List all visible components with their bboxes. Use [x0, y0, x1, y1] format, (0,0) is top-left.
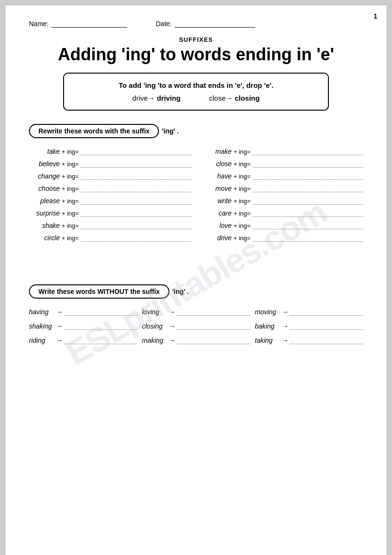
plus-ing: + ing= [233, 222, 251, 229]
name-text: Name: [29, 20, 48, 28]
answer-line[interactable] [64, 323, 137, 330]
word-label: make [201, 148, 232, 155]
plus-ing: + ing= [233, 185, 251, 192]
section-label: SUFFIXES [29, 36, 363, 43]
plus-ing: + ing= [62, 222, 79, 229]
word-label: change [29, 172, 60, 180]
answer-line[interactable] [64, 309, 137, 316]
left-column: take + ing= believe + ing= change + ing=… [29, 148, 191, 246]
word-row: take + ing= [29, 148, 191, 155]
answer-line[interactable] [252, 210, 363, 217]
arrow-icon: → [169, 322, 176, 330]
answer-line[interactable] [81, 149, 191, 155]
word-label: care [201, 209, 232, 217]
s2-row: moving → [255, 308, 363, 316]
answer-line[interactable] [252, 173, 363, 180]
word-label: close [201, 160, 232, 168]
word-row: choose + ing= [29, 185, 191, 192]
word-row: care + ing= [201, 209, 363, 217]
section1-instruction: Rewrite these words with the suffix 'ing… [29, 124, 363, 138]
date-field[interactable] [175, 19, 255, 28]
word-row: make + ing= [201, 148, 363, 155]
answer-line[interactable] [177, 338, 250, 344]
answer-line[interactable] [81, 235, 191, 242]
answer-line[interactable] [81, 223, 191, 229]
s2-row: making → [142, 337, 250, 344]
s2-word: loving [142, 308, 168, 316]
example2-result: closing [233, 94, 260, 102]
instruction1-text: Rewrite these words with the suffix [38, 127, 149, 135]
answer-line[interactable] [252, 149, 363, 155]
plus-ing: + ing= [233, 148, 251, 155]
instruction2-text: Write these words WITHOUT the suffix [38, 288, 160, 295]
arrow-icon: → [282, 308, 289, 316]
word-row: change + ing= [29, 172, 191, 180]
plus-ing: + ing= [233, 210, 251, 217]
word-row: drive + ing= [201, 234, 363, 242]
answer-line[interactable] [177, 309, 250, 316]
plus-ing: + ing= [233, 160, 251, 168]
name-label: Name: [29, 19, 127, 28]
arrow-icon: → [56, 337, 63, 344]
answer-line[interactable] [252, 235, 363, 242]
plus-ing: + ing= [62, 173, 79, 180]
answer-line[interactable] [252, 223, 363, 229]
section2-instruction: Write these words WITHOUT the suffix 'in… [29, 284, 363, 299]
s2-col1: having → shaking → riding → [29, 308, 137, 351]
word-row: surprise + ing= [29, 209, 191, 217]
example2-base: close→ [209, 94, 233, 102]
s2-row: taking → [255, 337, 363, 344]
answer-line[interactable] [81, 173, 191, 180]
example1: drive→ driving [132, 94, 181, 102]
answer-line[interactable] [64, 338, 137, 344]
answer-line[interactable] [81, 198, 191, 205]
arrow-icon: → [56, 308, 63, 316]
word-row: have + ing= [201, 172, 363, 180]
word-row: shake + ing= [29, 222, 191, 229]
s2-col3: moving → baking → taking → [255, 308, 363, 351]
s2-row: baking → [255, 322, 363, 330]
word-row: believe + ing= [29, 160, 191, 168]
word-label: love [201, 222, 232, 229]
answer-line[interactable] [81, 210, 191, 217]
word-row: write + ing= [201, 197, 363, 205]
arrow-icon: → [282, 337, 289, 344]
plus-ing: + ing= [233, 173, 251, 180]
word-label: drive [201, 234, 232, 242]
answer-line[interactable] [290, 338, 363, 344]
word-row: circle + ing= [29, 234, 191, 242]
answer-line[interactable] [81, 161, 191, 168]
plus-ing: + ing= [62, 235, 79, 242]
name-field[interactable] [51, 19, 127, 28]
s2-word: closing [142, 322, 168, 330]
answer-line[interactable] [177, 323, 250, 330]
word-label: have [201, 172, 232, 180]
word-row: please + ing= [29, 197, 191, 205]
main-title: Adding 'ing' to words ending in 'e' [29, 45, 363, 64]
divider [29, 256, 363, 280]
s2-word: baking [255, 322, 281, 330]
answer-line[interactable] [81, 186, 191, 192]
s2-word: riding [29, 337, 55, 344]
arrow-icon: → [169, 337, 176, 344]
example1-base: drive→ [132, 94, 155, 102]
word-row: close + ing= [201, 160, 363, 168]
plus-ing: + ing= [62, 210, 79, 217]
word-row: move + ing= [201, 185, 363, 192]
instruction1-box: Rewrite these words with the suffix [29, 124, 159, 138]
answer-line[interactable] [290, 323, 363, 330]
plus-ing: + ing= [62, 198, 79, 205]
answer-line[interactable] [252, 161, 363, 168]
s2-word: having [29, 308, 55, 316]
word-label: please [29, 197, 60, 205]
section2-words: having → shaking → riding → loving → [29, 308, 363, 351]
word-row: love + ing= [201, 222, 363, 229]
answer-line[interactable] [252, 198, 363, 205]
name-date-row: Name: Date: [29, 19, 363, 28]
instruction2-suffix: 'ing' . [172, 288, 189, 295]
date-text: Date: [156, 20, 171, 28]
page-number: 1 [373, 12, 377, 20]
answer-line[interactable] [290, 309, 363, 316]
word-label: take [29, 148, 60, 155]
answer-line[interactable] [252, 186, 363, 192]
